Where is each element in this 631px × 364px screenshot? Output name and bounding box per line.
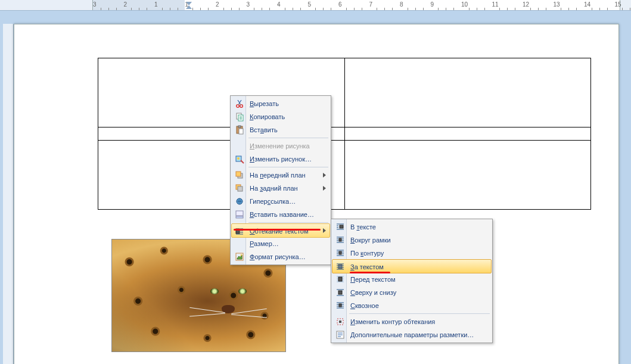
menu-item-edit-wrap-points[interactable]: Изменить контур обтекания — [332, 315, 491, 328]
submenu-arrow-icon — [323, 173, 326, 178]
submenu-arrow-icon — [323, 228, 326, 233]
submenu-arrow-icon — [323, 186, 326, 191]
wrap-square-icon — [335, 235, 345, 245]
edit-picture-icon — [235, 154, 244, 164]
svg-rect-10 — [236, 172, 241, 176]
svg-rect-23 — [338, 277, 342, 281]
menu-item-copy[interactable]: Копировать — [232, 110, 330, 123]
wrap-inline-icon — [335, 222, 345, 232]
hyperlink-icon — [235, 197, 244, 206]
table-cell[interactable] — [344, 141, 591, 210]
scissors-icon — [235, 99, 244, 108]
svg-rect-20 — [339, 238, 341, 241]
caption-icon — [235, 210, 244, 219]
wrap-through-icon — [335, 301, 345, 310]
bring-front-icon — [235, 170, 244, 180]
svg-rect-12 — [238, 186, 243, 191]
table-cell[interactable] — [344, 127, 591, 141]
svg-rect-14 — [236, 211, 243, 216]
document-table — [98, 58, 591, 210]
table-cell[interactable] — [344, 58, 591, 127]
wrap-behind-icon — [335, 262, 345, 272]
annotation-redline — [350, 272, 390, 273]
menu-item-wrap-tight[interactable]: По контуру — [332, 247, 491, 260]
menu-item-change-picture: Изменение рисунка — [232, 139, 330, 153]
svg-rect-24 — [338, 291, 342, 294]
text-wrapping-submenu: В тексте Вокруг рамки По контуру За текс… — [331, 219, 493, 343]
svg-rect-21 — [339, 251, 341, 254]
wrap-front-icon — [335, 275, 345, 284]
menu-item-text-wrapping[interactable]: Обтекание текстом — [231, 223, 330, 238]
format-picture-icon — [235, 252, 244, 262]
copy-icon — [235, 112, 244, 122]
svg-rect-6 — [239, 129, 243, 134]
wrap-text-icon — [235, 226, 244, 236]
menu-item-send-back[interactable]: На задний план — [232, 182, 330, 195]
image-context-menu: Вырезать Копировать Вставить Изменение р… — [230, 95, 331, 265]
menu-item-size[interactable]: Размер… — [232, 237, 330, 250]
menu-item-wrap-square[interactable]: Вокруг рамки — [332, 234, 491, 247]
menu-item-caption[interactable]: Вставить название… — [232, 208, 330, 221]
wrap-topbottom-icon — [335, 288, 345, 297]
menu-item-wrap-through[interactable]: Сквозное — [332, 299, 491, 312]
svg-rect-15 — [236, 216, 243, 218]
svg-rect-25 — [339, 304, 341, 307]
menu-item-wrap-topbottom[interactable]: Сверху и снизу — [332, 286, 491, 299]
menu-item-bring-front[interactable]: На передний план — [232, 169, 330, 182]
svg-rect-5 — [238, 126, 241, 127]
svg-point-1 — [240, 105, 243, 108]
svg-rect-26 — [339, 321, 341, 323]
menu-item-wrap-inline[interactable]: В тексте — [332, 220, 491, 234]
svg-point-8 — [237, 157, 240, 160]
svg-rect-19 — [340, 225, 343, 228]
menu-item-hyperlink[interactable]: Гиперссылка… — [232, 195, 330, 208]
menu-item-paste[interactable]: Вставить — [232, 123, 330, 136]
vertical-ruler[interactable] — [3, 24, 14, 364]
more-layout-icon — [335, 330, 345, 340]
menu-item-more-layout[interactable]: Дополнительные параметры разметки… — [332, 328, 491, 341]
menu-item-format-picture[interactable]: Формат рисунка… — [232, 250, 330, 263]
annotation-redline — [234, 229, 321, 231]
send-back-icon — [235, 183, 244, 193]
menu-item-wrap-front[interactable]: Перед текстом — [332, 273, 491, 286]
edit-wrap-icon — [335, 317, 345, 326]
paste-icon — [235, 125, 244, 135]
menu-item-edit-picture[interactable]: Изменить рисунок… — [232, 153, 330, 166]
svg-point-18 — [241, 254, 243, 256]
horizontal-ruler[interactable]: 3211234567891011121314151617 — [0, 0, 631, 11]
wrap-tight-icon — [335, 248, 345, 258]
menu-item-cut[interactable]: Вырезать — [232, 97, 330, 110]
svg-point-0 — [237, 105, 240, 108]
svg-rect-22 — [338, 265, 342, 269]
